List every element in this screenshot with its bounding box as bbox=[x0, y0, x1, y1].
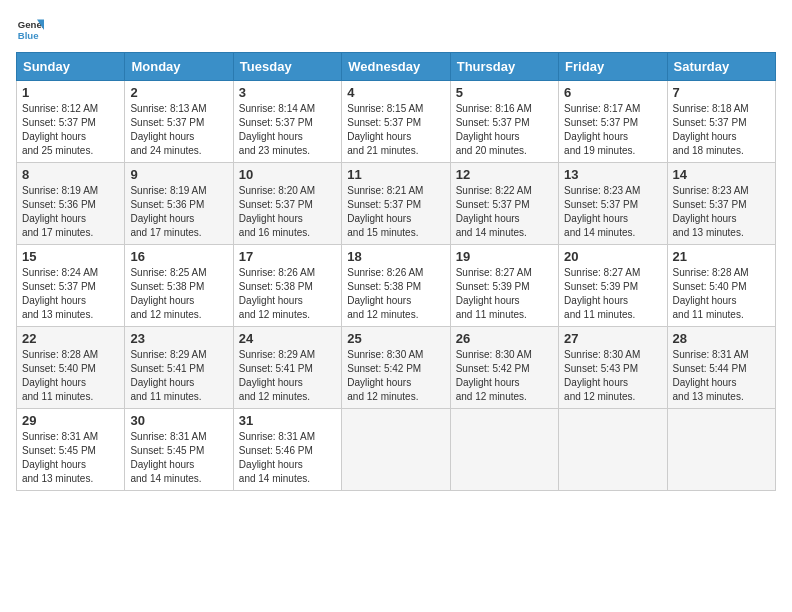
calendar-day-3: 3 Sunrise: 8:14 AM Sunset: 5:37 PM Dayli… bbox=[233, 81, 341, 163]
weekday-header-monday: Monday bbox=[125, 53, 233, 81]
calendar-day-empty bbox=[667, 409, 775, 491]
calendar-day-5: 5 Sunrise: 8:16 AM Sunset: 5:37 PM Dayli… bbox=[450, 81, 558, 163]
calendar-day-13: 13 Sunrise: 8:23 AM Sunset: 5:37 PM Dayl… bbox=[559, 163, 667, 245]
calendar-day-11: 11 Sunrise: 8:21 AM Sunset: 5:37 PM Dayl… bbox=[342, 163, 450, 245]
weekday-header-friday: Friday bbox=[559, 53, 667, 81]
day-info-2: Sunrise: 8:13 AM Sunset: 5:37 PM Dayligh… bbox=[130, 102, 227, 158]
day-number-16: 16 bbox=[130, 249, 227, 264]
logo-icon: General Blue bbox=[16, 16, 44, 44]
page-header: General Blue bbox=[16, 16, 776, 44]
weekday-header-wednesday: Wednesday bbox=[342, 53, 450, 81]
calendar-day-17: 17 Sunrise: 8:26 AM Sunset: 5:38 PM Dayl… bbox=[233, 245, 341, 327]
day-info-6: Sunrise: 8:17 AM Sunset: 5:37 PM Dayligh… bbox=[564, 102, 661, 158]
day-info-3: Sunrise: 8:14 AM Sunset: 5:37 PM Dayligh… bbox=[239, 102, 336, 158]
calendar-day-18: 18 Sunrise: 8:26 AM Sunset: 5:38 PM Dayl… bbox=[342, 245, 450, 327]
day-info-19: Sunrise: 8:27 AM Sunset: 5:39 PM Dayligh… bbox=[456, 266, 553, 322]
day-info-16: Sunrise: 8:25 AM Sunset: 5:38 PM Dayligh… bbox=[130, 266, 227, 322]
day-number-15: 15 bbox=[22, 249, 119, 264]
day-number-14: 14 bbox=[673, 167, 770, 182]
day-number-17: 17 bbox=[239, 249, 336, 264]
calendar-day-26: 26 Sunrise: 8:30 AM Sunset: 5:42 PM Dayl… bbox=[450, 327, 558, 409]
day-number-12: 12 bbox=[456, 167, 553, 182]
day-info-26: Sunrise: 8:30 AM Sunset: 5:42 PM Dayligh… bbox=[456, 348, 553, 404]
calendar-day-19: 19 Sunrise: 8:27 AM Sunset: 5:39 PM Dayl… bbox=[450, 245, 558, 327]
calendar-day-10: 10 Sunrise: 8:20 AM Sunset: 5:37 PM Dayl… bbox=[233, 163, 341, 245]
day-info-7: Sunrise: 8:18 AM Sunset: 5:37 PM Dayligh… bbox=[673, 102, 770, 158]
day-number-7: 7 bbox=[673, 85, 770, 100]
weekday-header-sunday: Sunday bbox=[17, 53, 125, 81]
weekday-header-row: SundayMondayTuesdayWednesdayThursdayFrid… bbox=[17, 53, 776, 81]
day-info-24: Sunrise: 8:29 AM Sunset: 5:41 PM Dayligh… bbox=[239, 348, 336, 404]
svg-text:Blue: Blue bbox=[18, 30, 39, 41]
calendar-day-12: 12 Sunrise: 8:22 AM Sunset: 5:37 PM Dayl… bbox=[450, 163, 558, 245]
calendar-week-1: 1 Sunrise: 8:12 AM Sunset: 5:37 PM Dayli… bbox=[17, 81, 776, 163]
day-number-3: 3 bbox=[239, 85, 336, 100]
calendar-day-empty bbox=[559, 409, 667, 491]
day-info-11: Sunrise: 8:21 AM Sunset: 5:37 PM Dayligh… bbox=[347, 184, 444, 240]
day-number-19: 19 bbox=[456, 249, 553, 264]
calendar-day-22: 22 Sunrise: 8:28 AM Sunset: 5:40 PM Dayl… bbox=[17, 327, 125, 409]
day-info-17: Sunrise: 8:26 AM Sunset: 5:38 PM Dayligh… bbox=[239, 266, 336, 322]
calendar-day-15: 15 Sunrise: 8:24 AM Sunset: 5:37 PM Dayl… bbox=[17, 245, 125, 327]
day-number-29: 29 bbox=[22, 413, 119, 428]
day-info-22: Sunrise: 8:28 AM Sunset: 5:40 PM Dayligh… bbox=[22, 348, 119, 404]
day-number-25: 25 bbox=[347, 331, 444, 346]
day-number-18: 18 bbox=[347, 249, 444, 264]
calendar-day-25: 25 Sunrise: 8:30 AM Sunset: 5:42 PM Dayl… bbox=[342, 327, 450, 409]
calendar-day-2: 2 Sunrise: 8:13 AM Sunset: 5:37 PM Dayli… bbox=[125, 81, 233, 163]
calendar-day-4: 4 Sunrise: 8:15 AM Sunset: 5:37 PM Dayli… bbox=[342, 81, 450, 163]
calendar-day-21: 21 Sunrise: 8:28 AM Sunset: 5:40 PM Dayl… bbox=[667, 245, 775, 327]
calendar-day-30: 30 Sunrise: 8:31 AM Sunset: 5:45 PM Dayl… bbox=[125, 409, 233, 491]
weekday-header-thursday: Thursday bbox=[450, 53, 558, 81]
calendar-week-2: 8 Sunrise: 8:19 AM Sunset: 5:36 PM Dayli… bbox=[17, 163, 776, 245]
day-number-11: 11 bbox=[347, 167, 444, 182]
calendar-day-29: 29 Sunrise: 8:31 AM Sunset: 5:45 PM Dayl… bbox=[17, 409, 125, 491]
day-info-13: Sunrise: 8:23 AM Sunset: 5:37 PM Dayligh… bbox=[564, 184, 661, 240]
calendar-day-27: 27 Sunrise: 8:30 AM Sunset: 5:43 PM Dayl… bbox=[559, 327, 667, 409]
day-number-13: 13 bbox=[564, 167, 661, 182]
day-number-20: 20 bbox=[564, 249, 661, 264]
calendar-day-31: 31 Sunrise: 8:31 AM Sunset: 5:46 PM Dayl… bbox=[233, 409, 341, 491]
day-info-31: Sunrise: 8:31 AM Sunset: 5:46 PM Dayligh… bbox=[239, 430, 336, 486]
day-number-8: 8 bbox=[22, 167, 119, 182]
calendar-week-5: 29 Sunrise: 8:31 AM Sunset: 5:45 PM Dayl… bbox=[17, 409, 776, 491]
weekday-header-saturday: Saturday bbox=[667, 53, 775, 81]
day-number-2: 2 bbox=[130, 85, 227, 100]
day-number-21: 21 bbox=[673, 249, 770, 264]
day-number-23: 23 bbox=[130, 331, 227, 346]
day-number-27: 27 bbox=[564, 331, 661, 346]
day-number-30: 30 bbox=[130, 413, 227, 428]
day-number-4: 4 bbox=[347, 85, 444, 100]
calendar-table: SundayMondayTuesdayWednesdayThursdayFrid… bbox=[16, 52, 776, 491]
day-info-5: Sunrise: 8:16 AM Sunset: 5:37 PM Dayligh… bbox=[456, 102, 553, 158]
calendar-day-16: 16 Sunrise: 8:25 AM Sunset: 5:38 PM Dayl… bbox=[125, 245, 233, 327]
day-number-22: 22 bbox=[22, 331, 119, 346]
day-info-30: Sunrise: 8:31 AM Sunset: 5:45 PM Dayligh… bbox=[130, 430, 227, 486]
day-number-5: 5 bbox=[456, 85, 553, 100]
day-info-15: Sunrise: 8:24 AM Sunset: 5:37 PM Dayligh… bbox=[22, 266, 119, 322]
day-info-4: Sunrise: 8:15 AM Sunset: 5:37 PM Dayligh… bbox=[347, 102, 444, 158]
day-info-12: Sunrise: 8:22 AM Sunset: 5:37 PM Dayligh… bbox=[456, 184, 553, 240]
calendar-body: 1 Sunrise: 8:12 AM Sunset: 5:37 PM Dayli… bbox=[17, 81, 776, 491]
day-info-10: Sunrise: 8:20 AM Sunset: 5:37 PM Dayligh… bbox=[239, 184, 336, 240]
calendar-day-8: 8 Sunrise: 8:19 AM Sunset: 5:36 PM Dayli… bbox=[17, 163, 125, 245]
day-info-28: Sunrise: 8:31 AM Sunset: 5:44 PM Dayligh… bbox=[673, 348, 770, 404]
day-number-9: 9 bbox=[130, 167, 227, 182]
calendar-day-7: 7 Sunrise: 8:18 AM Sunset: 5:37 PM Dayli… bbox=[667, 81, 775, 163]
day-number-31: 31 bbox=[239, 413, 336, 428]
calendar-day-empty bbox=[450, 409, 558, 491]
day-info-23: Sunrise: 8:29 AM Sunset: 5:41 PM Dayligh… bbox=[130, 348, 227, 404]
calendar-day-23: 23 Sunrise: 8:29 AM Sunset: 5:41 PM Dayl… bbox=[125, 327, 233, 409]
calendar-day-20: 20 Sunrise: 8:27 AM Sunset: 5:39 PM Dayl… bbox=[559, 245, 667, 327]
calendar-day-28: 28 Sunrise: 8:31 AM Sunset: 5:44 PM Dayl… bbox=[667, 327, 775, 409]
day-info-25: Sunrise: 8:30 AM Sunset: 5:42 PM Dayligh… bbox=[347, 348, 444, 404]
day-info-14: Sunrise: 8:23 AM Sunset: 5:37 PM Dayligh… bbox=[673, 184, 770, 240]
day-number-1: 1 bbox=[22, 85, 119, 100]
calendar-day-6: 6 Sunrise: 8:17 AM Sunset: 5:37 PM Dayli… bbox=[559, 81, 667, 163]
day-info-27: Sunrise: 8:30 AM Sunset: 5:43 PM Dayligh… bbox=[564, 348, 661, 404]
day-number-6: 6 bbox=[564, 85, 661, 100]
weekday-header-tuesday: Tuesday bbox=[233, 53, 341, 81]
calendar-day-14: 14 Sunrise: 8:23 AM Sunset: 5:37 PM Dayl… bbox=[667, 163, 775, 245]
calendar-day-1: 1 Sunrise: 8:12 AM Sunset: 5:37 PM Dayli… bbox=[17, 81, 125, 163]
logo: General Blue bbox=[16, 16, 44, 44]
